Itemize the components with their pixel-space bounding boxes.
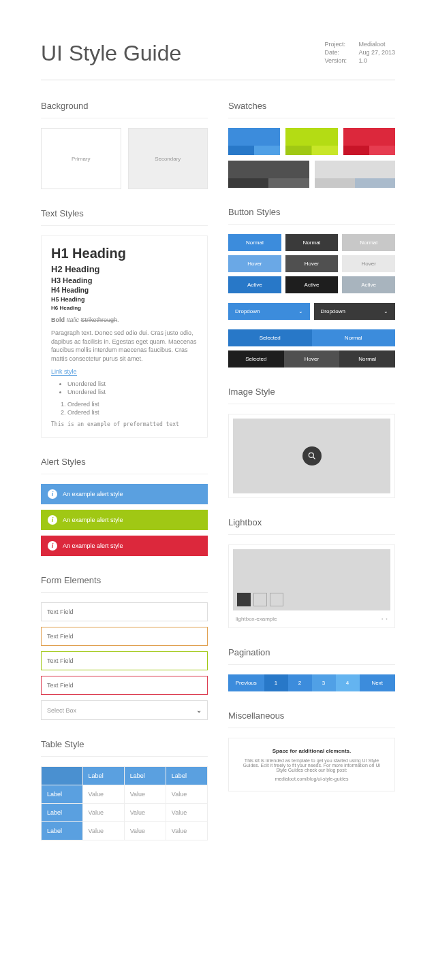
image-placeholder [233, 419, 390, 493]
image-frame [228, 414, 395, 498]
section-lightbox: Lightbox [228, 517, 395, 527]
table-cell: Value [124, 785, 166, 804]
meta-version-value: 1.0 [358, 57, 367, 64]
strike-sample: Strikethrough [81, 316, 118, 323]
table-row: LabelValueValueValue [42, 804, 208, 822]
meta-version-label: Version: [324, 57, 358, 64]
dropdown-label: Dropdown [235, 308, 260, 314]
h3-sample: H3 Heading [51, 276, 198, 284]
pre-sample: This is an example of preformatted text [51, 421, 198, 427]
lightbox-frame: × lightbox-example ‹› [228, 544, 395, 628]
meta-date-value: Aug 27, 2013 [358, 49, 395, 56]
chevron-down-icon: ⌄ [196, 706, 202, 714]
button-sample[interactable]: Hover [285, 255, 339, 272]
table-cell: Value [82, 804, 124, 822]
table-cell: Value [82, 785, 124, 804]
bg-secondary-swatch: Secondary [128, 128, 208, 189]
table-cell: Value [166, 804, 207, 822]
table-corner [42, 767, 83, 785]
paragraph-sample: Paragraph text. Donec sed odio dui. Cras… [51, 329, 198, 363]
color-swatch [285, 128, 337, 155]
segment-item[interactable]: Normal [312, 329, 396, 346]
text-field-success[interactable] [41, 651, 208, 670]
section-button-styles: Button Styles [228, 207, 395, 217]
ol-item: Ordered list [67, 409, 198, 416]
table-row: LabelValueValueValue [42, 785, 208, 804]
dropdown-dark[interactable]: Dropdown⌄ [314, 303, 396, 320]
alert-success: iAn example alert style [41, 510, 208, 530]
button-sample[interactable]: Hover [228, 255, 281, 272]
meta-date-label: Date: [324, 49, 358, 56]
lightbox-thumb[interactable] [237, 593, 251, 606]
bold-sample: Bold [51, 316, 65, 323]
pagination-prev[interactable]: Previous [228, 674, 264, 691]
info-icon: i [48, 489, 57, 499]
h2-sample: H2 Heading [51, 264, 198, 274]
ul-item: Unordered list [67, 380, 198, 387]
ul-item: Unordered list [67, 389, 198, 395]
pagination-page[interactable]: 4 [336, 674, 360, 691]
table-cell: Value [82, 822, 124, 840]
search-icon [307, 451, 317, 461]
segment-item[interactable]: Selected [228, 350, 284, 368]
h1-sample: H1 Heading [51, 246, 198, 261]
select-label: Select Box [47, 707, 76, 714]
lightbox-thumb[interactable] [270, 593, 283, 606]
table-header: Label [82, 767, 124, 785]
button-sample[interactable]: Normal [342, 234, 395, 251]
button-sample[interactable]: Active [285, 276, 339, 293]
button-sample[interactable]: Active [342, 276, 395, 293]
section-miscellaneous: Miscellaneous [228, 710, 395, 721]
segment-item[interactable]: Hover [284, 350, 340, 368]
info-icon: i [48, 541, 57, 551]
section-background: Background [41, 101, 208, 111]
info-icon: i [48, 515, 57, 525]
text-field-error[interactable] [41, 676, 208, 695]
bg-primary-swatch: Primary [41, 128, 121, 189]
pagination-next[interactable]: Next [360, 674, 396, 691]
button-sample[interactable]: Active [228, 276, 281, 293]
chevron-down-icon: ⌄ [298, 308, 303, 314]
sample-table: Label Label Label LabelValueValueValue L… [41, 766, 208, 840]
button-sample[interactable]: Normal [228, 234, 281, 251]
misc-box: Space for additional elements. This kit … [228, 738, 395, 791]
alert-text: An example alert style [63, 517, 123, 523]
meta-project-value: Medialoot [358, 41, 385, 48]
misc-body: This kit is intended as template to get … [238, 758, 385, 772]
select-box[interactable]: Select Box⌄ [41, 700, 208, 720]
pagination-page[interactable]: 2 [288, 674, 312, 691]
dropdown-blue[interactable]: Dropdown⌄ [228, 303, 310, 320]
section-swatches: Swatches [228, 101, 395, 111]
segment-item[interactable]: Selected [228, 329, 312, 346]
table-cell: Value [166, 785, 207, 804]
segment-item[interactable]: Normal [339, 350, 395, 368]
meta-block: Project:Medialoot Date:Aug 27, 2013 Vers… [324, 41, 395, 65]
italic-sample: Italic [67, 316, 80, 323]
lightbox-thumb[interactable] [253, 593, 267, 606]
link-sample[interactable]: Link style [51, 368, 77, 376]
magnify-button[interactable] [302, 446, 322, 466]
alert-text: An example alert style [63, 542, 123, 549]
pagination-page[interactable]: 1 [264, 674, 288, 691]
h4-sample: H4 Heading [51, 287, 198, 294]
svg-point-0 [309, 453, 313, 457]
button-sample[interactable]: Hover [342, 255, 395, 272]
color-swatch [343, 128, 395, 155]
pagination-page[interactable]: 3 [312, 674, 336, 691]
chevron-left-icon[interactable]: ‹ [382, 616, 384, 622]
svg-line-1 [313, 457, 315, 459]
dropdown-label: Dropdown [321, 308, 345, 314]
button-sample[interactable]: Normal [285, 234, 339, 251]
section-pagination: Pagination [228, 647, 395, 657]
row-label: Label [42, 822, 83, 840]
h5-sample: H5 Heading [51, 296, 198, 303]
text-field-default[interactable] [41, 602, 208, 621]
table-cell: Value [166, 822, 207, 840]
text-field-warning[interactable] [41, 627, 208, 646]
alert-info: iAn example alert style [41, 484, 208, 504]
table-header: Label [124, 767, 166, 785]
text-card: H1 Heading H2 Heading H3 Heading H4 Head… [41, 235, 208, 438]
chevron-right-icon[interactable]: › [386, 616, 388, 622]
color-swatch [228, 128, 280, 155]
section-image-style: Image Style [228, 387, 395, 397]
